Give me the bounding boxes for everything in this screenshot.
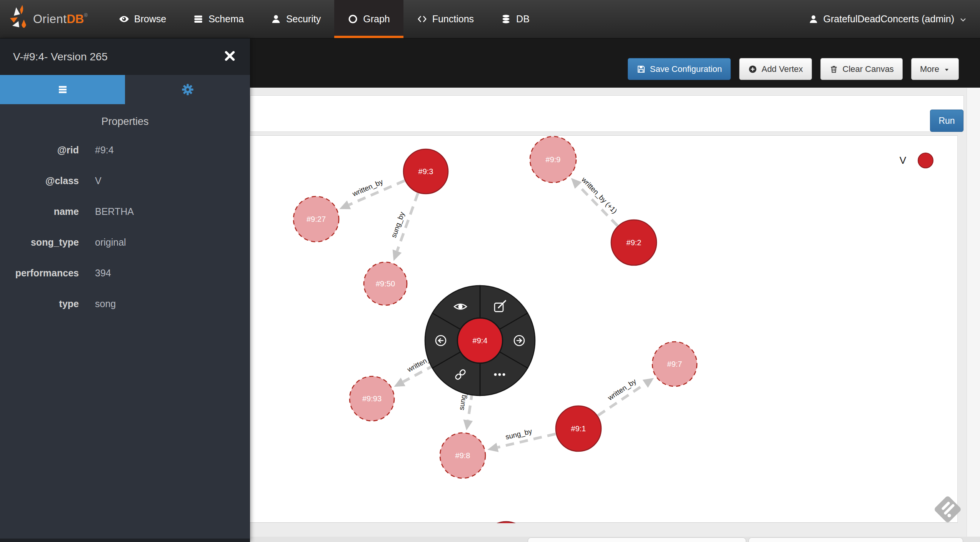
nav-label: DB — [516, 13, 530, 25]
property-value: 394 — [95, 268, 111, 279]
nav-label: Graph — [363, 13, 390, 25]
nav-tab-browse[interactable]: Browse — [105, 0, 180, 38]
property-value: BERTHA — [95, 206, 134, 217]
caret-down-icon — [943, 67, 950, 73]
top-navbar: OrientDB® Browse Schema Security Graph F… — [0, 0, 980, 38]
ellipsis-icon[interactable] — [494, 373, 505, 376]
nav-label: Security — [286, 13, 321, 25]
property-row: type song — [0, 288, 250, 319]
graph-node[interactable]: #9:27 — [293, 196, 339, 242]
brand-db: DB — [67, 12, 84, 26]
tab-properties[interactable] — [0, 75, 125, 104]
user-icon — [271, 14, 281, 24]
panel-body: Properties @rid #9:4 @class V name BERTH… — [0, 116, 250, 319]
add-vertex-button[interactable]: Add Vertex — [739, 58, 812, 80]
user-menu[interactable]: GratefulDeadConcerts (admin) — [808, 0, 980, 38]
graph-node[interactable]: #9:2 — [611, 220, 657, 265]
property-label: @class — [0, 175, 79, 186]
node-label: #9:8 — [455, 451, 470, 460]
edge-label: written_by (+1) — [580, 175, 619, 215]
legend-class-label: V — [900, 155, 906, 166]
brand-registered-mark: ® — [84, 12, 88, 18]
node-label: #9:93 — [362, 394, 382, 403]
property-row: performances 394 — [0, 258, 250, 288]
nav-tab-security[interactable]: Security — [257, 0, 334, 38]
property-value: #9:4 — [95, 145, 114, 156]
graph-node[interactable]: #9:50 — [364, 262, 407, 305]
vertex-properties-panel: V-#9:4- Version 265 Properties @rid #9:4… — [0, 38, 250, 542]
property-row: @rid #9:4 — [0, 135, 250, 165]
trash-icon — [829, 65, 838, 74]
property-value: song — [95, 298, 116, 309]
graph-node[interactable]: #9:7 — [652, 342, 697, 386]
properties-heading: Properties — [0, 116, 250, 128]
clear-canvas-button[interactable]: Clear Canvas — [820, 58, 903, 80]
graph-svg[interactable]: written_bysung_bywritten_by (+1)written_… — [250, 136, 958, 523]
node-label: #9:7 — [667, 360, 682, 368]
more-button[interactable]: More — [911, 58, 959, 80]
nav-label: Schema — [208, 13, 244, 25]
node-label: #9:4 — [473, 336, 488, 345]
graph-node[interactable]: #9:1 — [556, 406, 601, 451]
graph-node[interactable]: #9:4 — [458, 318, 502, 363]
panel-title-bar: V-#9:4- Version 265 — [0, 38, 250, 75]
graph-legend: V — [900, 153, 933, 168]
panel-footer — [0, 539, 250, 542]
diamond-stripes-icon — [930, 492, 965, 527]
property-label: performances — [0, 268, 79, 279]
graph-node[interactable]: #9:3 — [403, 149, 448, 194]
query-bar[interactable]: Run — [250, 95, 964, 132]
right-gutter — [967, 88, 980, 542]
graph-node[interactable]: #9:8 — [440, 433, 485, 478]
run-button[interactable]: Run — [930, 110, 963, 132]
node-label: #9:1 — [571, 424, 586, 433]
edge-arrowhead — [643, 378, 654, 387]
nav-tab-graph[interactable]: Graph — [334, 0, 403, 38]
properties-list: @rid #9:4 @class V name BERTHA song_type… — [0, 135, 250, 319]
edge-label: written_by — [351, 178, 385, 199]
property-value: original — [95, 237, 126, 248]
save-configuration-button[interactable]: Save Configuration — [628, 58, 731, 80]
menu-icon — [57, 84, 68, 95]
property-label: song_type — [0, 237, 79, 248]
property-label: type — [0, 298, 79, 309]
node-label: #9:9 — [546, 155, 561, 164]
nav-tab-schema[interactable]: Schema — [180, 0, 257, 38]
gear-icon — [182, 84, 193, 95]
user-icon — [808, 14, 818, 24]
bottom-panel-left[interactable] — [528, 537, 746, 542]
graph-node[interactable] — [484, 522, 528, 523]
chevron-down-icon — [959, 16, 967, 24]
graph-node[interactable]: #9:9 — [530, 136, 576, 183]
brand-orient: Orient — [33, 12, 67, 26]
eye-icon — [119, 14, 129, 24]
circle-icon — [348, 14, 358, 24]
panel-tabs — [0, 75, 250, 104]
graph-node[interactable]: #9:93 — [350, 376, 394, 421]
nav-label: Functions — [432, 13, 474, 25]
plus-circle-icon — [748, 65, 757, 74]
graph-canvas[interactable]: written_bysung_bywritten_by (+1)written_… — [250, 135, 958, 523]
nav-tab-db[interactable]: DB — [487, 0, 543, 38]
bottom-panel-right[interactable] — [748, 537, 963, 542]
main-nav: Browse Schema Security Graph Functions D… — [105, 0, 543, 38]
nav-label: Browse — [134, 13, 166, 25]
nav-tab-functions[interactable]: Functions — [403, 0, 487, 38]
keylines-badge[interactable] — [930, 492, 965, 527]
tab-settings[interactable] — [125, 75, 250, 104]
edge-arrowhead — [463, 419, 473, 431]
property-row: name BERTHA — [0, 196, 250, 227]
list-icon — [193, 14, 203, 24]
panel-title: V-#9:4- Version 265 — [13, 51, 108, 63]
bottom-strip — [250, 537, 980, 542]
close-icon[interactable] — [223, 50, 236, 62]
node-label: #9:3 — [418, 167, 433, 176]
orientdb-logo-icon — [8, 3, 31, 36]
node-label: #9:27 — [307, 215, 326, 223]
edge-arrowhead — [571, 178, 582, 189]
edge-arrowhead — [393, 249, 402, 261]
user-menu-label: GratefulDeadConcerts (admin) — [823, 13, 954, 25]
node-label: #9:2 — [627, 238, 642, 247]
graph-toolbar: Save Configuration Add Vertex Clear Canv… — [628, 58, 959, 80]
orientdb-logo[interactable]: OrientDB® — [0, 0, 105, 38]
